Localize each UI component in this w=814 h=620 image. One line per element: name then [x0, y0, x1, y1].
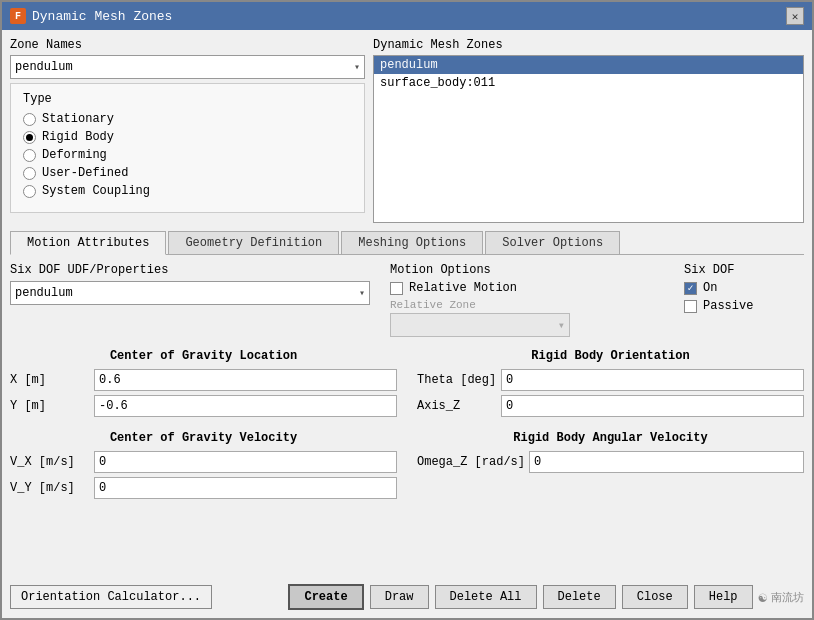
- bottom-buttons: Orientation Calculator... Create Draw De…: [10, 576, 804, 610]
- six-dof-on-checkbox[interactable]: ✓: [684, 282, 697, 295]
- type-label: Type: [23, 92, 352, 106]
- cog-x-input[interactable]: [94, 369, 397, 391]
- title-bar-left: F Dynamic Mesh Zones: [10, 8, 172, 24]
- omega-z-input[interactable]: [529, 451, 804, 473]
- title-bar: F Dynamic Mesh Zones ✕: [2, 2, 812, 30]
- radio-label-user-defined: User-Defined: [42, 166, 128, 180]
- window-body: Zone Names pendulum ▾ Type Stationary: [2, 30, 812, 618]
- delete-all-button[interactable]: Delete All: [435, 585, 537, 609]
- top-panels: Zone Names pendulum ▾ Type Stationary: [10, 38, 804, 223]
- relative-zone-dropdown: ▾: [390, 313, 570, 337]
- close-window-button[interactable]: ✕: [786, 7, 804, 25]
- axis-z-label: Axis_Z: [417, 399, 497, 413]
- vy-input[interactable]: [94, 477, 397, 499]
- content-area: Six DOF UDF/Properties pendulum ▾ Motion…: [10, 263, 804, 568]
- cog-velocity-title: Center of Gravity Velocity: [10, 431, 397, 445]
- window-title: Dynamic Mesh Zones: [32, 9, 172, 24]
- list-item-pendulum[interactable]: pendulum: [374, 56, 803, 74]
- watermark-icon: ☯: [759, 589, 767, 606]
- cog-y-input[interactable]: [94, 395, 397, 417]
- axis-z-input[interactable]: [501, 395, 804, 417]
- dynamic-mesh-label: Dynamic Mesh Zones: [373, 38, 804, 52]
- six-dof-passive-label: Passive: [703, 299, 753, 313]
- cog-x-label: X [m]: [10, 373, 90, 387]
- vx-input[interactable]: [94, 451, 397, 473]
- zone-names-arrow: ▾: [354, 61, 360, 73]
- zone-names-label: Zone Names: [10, 38, 365, 52]
- radio-deforming[interactable]: Deforming: [23, 148, 352, 162]
- cog-x-row: X [m]: [10, 369, 397, 391]
- vx-row: V_X [m/s]: [10, 451, 397, 473]
- radio-label-system-coupling: System Coupling: [42, 184, 150, 198]
- radio-system-coupling[interactable]: System Coupling: [23, 184, 352, 198]
- create-button[interactable]: Create: [288, 584, 363, 610]
- motion-options-panel: Motion Options Relative Motion Relative …: [382, 263, 672, 337]
- cog-y-label: Y [m]: [10, 399, 90, 413]
- draw-button[interactable]: Draw: [370, 585, 429, 609]
- omega-z-row: Omega_Z [rad/s]: [417, 451, 804, 473]
- type-box: Type Stationary Rigid Body Deforming: [10, 83, 365, 213]
- radio-circle-deforming: [23, 149, 36, 162]
- watermark-text: 南流坊: [771, 590, 804, 605]
- omega-z-label: Omega_Z [rad/s]: [417, 455, 525, 469]
- cog-y-row: Y [m]: [10, 395, 397, 417]
- top-content-row: Six DOF UDF/Properties pendulum ▾ Motion…: [10, 263, 804, 337]
- zone-names-panel: Zone Names pendulum ▾ Type Stationary: [10, 38, 365, 223]
- angular-velocity-group: Rigid Body Angular Velocity Omega_Z [rad…: [417, 431, 804, 503]
- six-dof-passive-row[interactable]: Passive: [684, 299, 804, 313]
- tab-motion-attributes[interactable]: Motion Attributes: [10, 231, 166, 255]
- angular-velocity-title: Rigid Body Angular Velocity: [417, 431, 804, 445]
- dynamic-mesh-zones-window: F Dynamic Mesh Zones ✕ Zone Names pendul…: [0, 0, 814, 620]
- orientation-calculator-button[interactable]: Orientation Calculator...: [10, 585, 212, 609]
- relative-motion-checkbox[interactable]: [390, 282, 403, 295]
- help-button[interactable]: Help: [694, 585, 753, 609]
- six-dof-on-label: On: [703, 281, 717, 295]
- radio-rigid-body[interactable]: Rigid Body: [23, 130, 352, 144]
- axis-z-row: Axis_Z: [417, 395, 804, 417]
- tab-meshing-options[interactable]: Meshing Options: [341, 231, 483, 254]
- relative-zone-label: Relative Zone: [390, 299, 672, 311]
- type-radio-group: Stationary Rigid Body Deforming Use: [23, 112, 352, 198]
- action-buttons: Create Draw Delete All Delete Close Help…: [288, 584, 804, 610]
- dynamic-mesh-list[interactable]: pendulum surface_body:011: [373, 55, 804, 223]
- six-dof-passive-checkbox[interactable]: [684, 300, 697, 313]
- relative-zone-arrow: ▾: [558, 318, 565, 333]
- six-dof-label: Six DOF: [684, 263, 804, 277]
- app-icon: F: [10, 8, 26, 24]
- six-dof-udf-label: Six DOF UDF/Properties: [10, 263, 370, 277]
- six-dof-udf-arrow: ▾: [359, 287, 365, 299]
- theta-row: Theta [deg]: [417, 369, 804, 391]
- relative-motion-label: Relative Motion: [409, 281, 517, 295]
- zone-names-dropdown[interactable]: pendulum ▾: [10, 55, 365, 79]
- vx-label: V_X [m/s]: [10, 455, 90, 469]
- fields-grid: Center of Gravity Location X [m] Y [m] R…: [10, 349, 804, 421]
- rigid-body-orientation-title: Rigid Body Orientation: [417, 349, 804, 363]
- six-dof-on-row[interactable]: ✓ On: [684, 281, 804, 295]
- six-dof-udf-value: pendulum: [15, 286, 73, 300]
- tab-solver-options[interactable]: Solver Options: [485, 231, 620, 254]
- close-button[interactable]: Close: [622, 585, 688, 609]
- theta-label: Theta [deg]: [417, 373, 497, 387]
- radio-circle-stationary: [23, 113, 36, 126]
- radio-stationary[interactable]: Stationary: [23, 112, 352, 126]
- list-item-surface-body[interactable]: surface_body:011: [374, 74, 803, 92]
- radio-user-defined[interactable]: User-Defined: [23, 166, 352, 180]
- delete-button[interactable]: Delete: [543, 585, 616, 609]
- radio-label-rigid-body: Rigid Body: [42, 130, 114, 144]
- fields-grid-2: Center of Gravity Velocity V_X [m/s] V_Y…: [10, 431, 804, 503]
- vy-label: V_Y [m/s]: [10, 481, 90, 495]
- radio-circle-rigid-body: [23, 131, 36, 144]
- motion-options-label: Motion Options: [390, 263, 672, 277]
- six-dof-udf-panel: Six DOF UDF/Properties pendulum ▾: [10, 263, 370, 337]
- relative-motion-row[interactable]: Relative Motion: [390, 281, 672, 295]
- six-dof-panel: Six DOF ✓ On Passive: [684, 263, 804, 337]
- vy-row: V_Y [m/s]: [10, 477, 397, 499]
- six-dof-udf-dropdown[interactable]: pendulum ▾: [10, 281, 370, 305]
- theta-input[interactable]: [501, 369, 804, 391]
- cog-velocity-group: Center of Gravity Velocity V_X [m/s] V_Y…: [10, 431, 397, 503]
- cog-location-group: Center of Gravity Location X [m] Y [m]: [10, 349, 397, 421]
- radio-label-stationary: Stationary: [42, 112, 114, 126]
- tab-geometry-definition[interactable]: Geometry Definition: [168, 231, 339, 254]
- rigid-body-orientation-group: Rigid Body Orientation Theta [deg] Axis_…: [417, 349, 804, 421]
- watermark: ☯ 南流坊: [759, 589, 804, 606]
